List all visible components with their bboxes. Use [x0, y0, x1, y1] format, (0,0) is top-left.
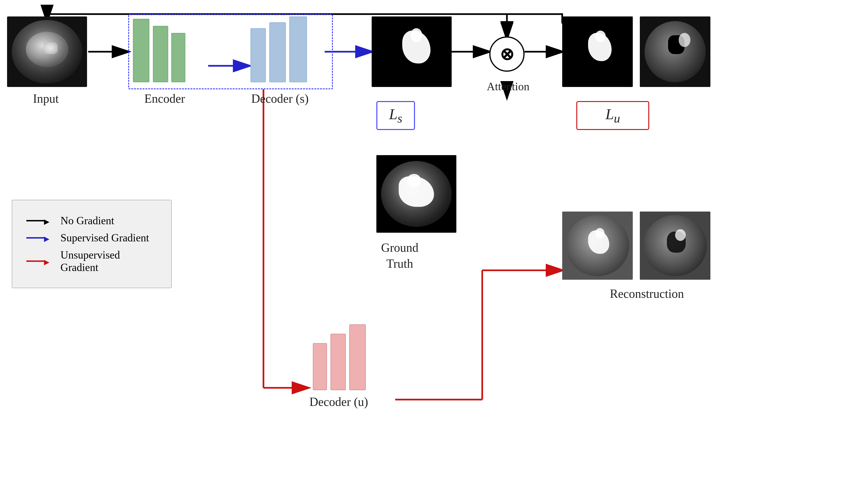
encoder-bar-2	[153, 26, 168, 82]
encoder-bar-3	[171, 33, 185, 82]
diagram-container: Input Encoder Decoder (s) Ls ⊗ Attention…	[0, 0, 868, 495]
decoder-u-bar-2	[330, 334, 346, 390]
legend-item-no-gradient: ▶ No Gradient	[26, 215, 157, 227]
decoder-s-bar-3	[289, 16, 307, 82]
decoder-u-bar-1	[313, 343, 327, 390]
decoder-s-label: Decoder (s)	[240, 92, 320, 105]
legend-box: ▶ No Gradient ▶ Supervised Gradient ▶ Un…	[12, 200, 172, 288]
loss-s-box: Ls	[376, 101, 415, 130]
encoder-bar-1	[133, 19, 149, 82]
attention-circle: ⊗	[489, 36, 525, 72]
legend-arrow-blue: ▶	[26, 237, 52, 239]
legend-item-unsupervised: ▶ Unsupervised Gradient	[26, 249, 157, 274]
input-image	[7, 16, 87, 87]
decoder-s-bar-1	[250, 28, 266, 82]
legend-arrow-red: ▶	[26, 260, 52, 262]
output-ct-image	[640, 16, 710, 87]
attention-label: Attention	[475, 80, 541, 93]
reconstruction-image-2	[640, 211, 710, 280]
segmentation-output	[372, 16, 452, 87]
legend-label-unsupervised: Unsupervised Gradient	[61, 249, 157, 274]
reconstruction-image-1	[562, 211, 633, 280]
input-label: Input	[33, 92, 59, 105]
reconstruction-label: Reconstruction	[576, 287, 718, 301]
legend-label-no-gradient: No Gradient	[61, 215, 114, 227]
decoder-u-label: Decoder (u)	[294, 395, 383, 409]
ground-truth-label: Ground Truth	[381, 240, 419, 272]
loss-u-label: Lu	[605, 106, 620, 122]
ground-truth-image	[376, 155, 456, 233]
decoder-u-bar-3	[349, 324, 366, 390]
output-seg-image	[562, 16, 633, 87]
loss-s-label: Ls	[389, 106, 402, 122]
legend-item-supervised: ▶ Supervised Gradient	[26, 232, 157, 244]
encoder-label: Encoder	[132, 92, 198, 105]
legend-arrow-black: ▶	[26, 220, 52, 221]
decoder-s-bar-2	[269, 22, 286, 82]
legend-label-supervised: Supervised Gradient	[61, 232, 149, 244]
loss-u-box: Lu	[576, 101, 649, 130]
